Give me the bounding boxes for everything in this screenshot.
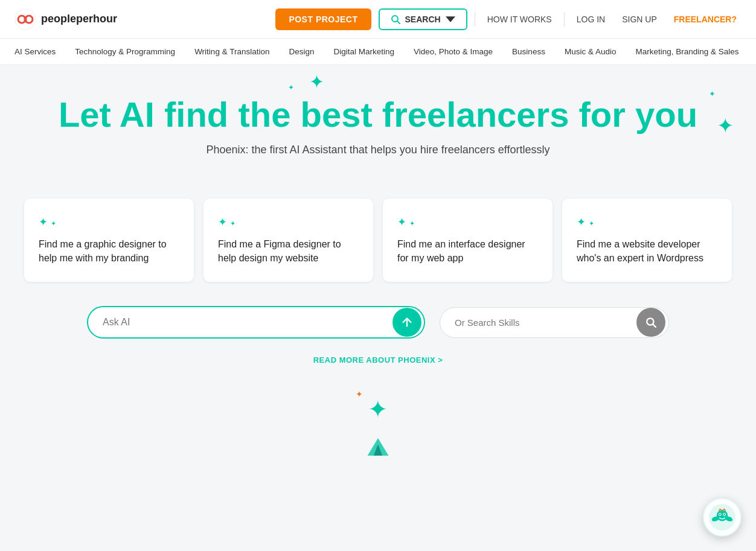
divider2 <box>564 12 565 27</box>
search-button[interactable]: SEARCH <box>379 8 467 30</box>
card-sparkle-4: ✦ ✦ <box>577 215 717 229</box>
read-more-section: READ MORE ABOUT PHOENIX > <box>0 351 756 383</box>
header-actions: POST PROJECT SEARCH HOW IT WORKS LOG IN … <box>275 8 742 30</box>
divider <box>475 12 475 27</box>
card-2[interactable]: ✦ ✦ Find me a Figma designer to help des… <box>203 199 373 282</box>
sparkle-small-right: ✦ <box>709 89 716 98</box>
nav-item-digital-marketing[interactable]: Digital Marketing <box>324 39 404 65</box>
arrow-up-icon <box>400 316 414 329</box>
sparkle-small-left: ✦ <box>288 83 294 92</box>
search-row <box>0 300 756 351</box>
hero-subtitle: Phoenix: the first AI Assistant that hel… <box>14 144 742 156</box>
ai-search-input[interactable] <box>87 306 425 339</box>
card-sparkle-2: ✦ ✦ <box>218 215 359 229</box>
nav-item-business[interactable]: Business <box>502 39 555 65</box>
search-icon <box>391 14 400 24</box>
logo-icon <box>14 8 36 30</box>
nav-item-marketing[interactable]: Marketing, Branding & Sales <box>626 39 748 65</box>
hero-title: Let AI find the best freelancers for you <box>59 95 697 134</box>
logo[interactable]: peopleperhour <box>14 8 117 30</box>
bottom-section: ✦ ✦ <box>0 383 756 456</box>
how-it-works-link[interactable]: HOW IT WORKS <box>482 14 557 24</box>
bottom-sparkles: ✦ ✦ <box>368 395 388 423</box>
card-4[interactable]: ✦ ✦ Find me a website developer who's an… <box>562 199 732 282</box>
hero-section: ✦ ✦ ✦ ✦ Let AI find the best freelancers… <box>0 65 756 199</box>
read-more-link[interactable]: READ MORE ABOUT PHOENIX > <box>313 355 443 365</box>
bottom-sparkle-orange: ✦ <box>356 389 363 399</box>
skill-search-input[interactable] <box>440 307 669 338</box>
category-nav: AI Services Technology & Programming Wri… <box>0 39 756 65</box>
bottom-character-area <box>0 435 756 456</box>
card-text-4: Find me a website developer who's an exp… <box>577 237 717 265</box>
card-sparkle-3: ✦ ✦ <box>397 215 538 229</box>
skill-search-submit-button[interactable] <box>636 308 665 337</box>
nav-item-video[interactable]: Video, Photo & Image <box>404 39 502 65</box>
suggestion-cards: ✦ ✦ Find me a graphic designer to help m… <box>10 199 746 300</box>
signup-link[interactable]: SIGN UP <box>617 14 662 24</box>
nav-item-social[interactable]: Soci... <box>749 39 756 65</box>
header: peopleperhour POST PROJECT SEARCH HOW IT… <box>0 0 756 39</box>
sparkle-large-top: ✦ <box>309 71 324 92</box>
bottom-sparkle-large: ✦ <box>368 396 388 422</box>
nav-item-music[interactable]: Music & Audio <box>555 39 626 65</box>
nav-item-design[interactable]: Design <box>279 39 324 65</box>
skill-search-wrapper <box>440 307 669 338</box>
nav-item-writing[interactable]: Writing & Translation <box>185 39 279 65</box>
sparkle-large-right: ✦ <box>717 113 734 138</box>
post-project-button[interactable]: POST PROJECT <box>275 8 371 30</box>
login-link[interactable]: LOG IN <box>572 14 610 24</box>
card-sparkle-1: ✦ ✦ <box>39 215 179 229</box>
freelancer-link[interactable]: FREELANCER? <box>669 14 742 24</box>
card-3[interactable]: ✦ ✦ Find me an interface designer for my… <box>383 199 553 282</box>
nav-item-tech[interactable]: Technology & Programming <box>65 39 185 65</box>
card-1[interactable]: ✦ ✦ Find me a graphic designer to help m… <box>24 199 194 282</box>
card-text-3: Find me an interface designer for my web… <box>397 237 538 265</box>
card-text-2: Find me a Figma designer to help design … <box>218 237 359 265</box>
svg-line-4 <box>397 21 400 24</box>
card-text-1: Find me a graphic designer to help me wi… <box>39 237 179 265</box>
svg-line-6 <box>653 325 656 328</box>
ai-search-submit-button[interactable] <box>392 308 421 337</box>
ai-search-wrapper <box>87 306 425 339</box>
character-illustration <box>354 435 402 456</box>
logo-text: peopleperhour <box>41 13 117 25</box>
search-submit-icon <box>645 317 656 328</box>
nav-item-ai-services[interactable]: AI Services <box>14 39 65 65</box>
chevron-down-icon <box>446 14 455 24</box>
